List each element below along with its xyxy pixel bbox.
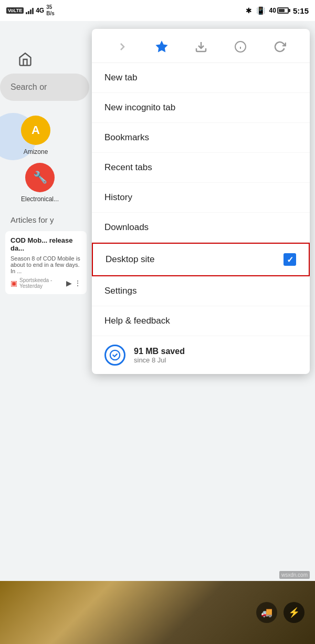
battery-level: 40 [269,7,276,14]
menu-item-bookmarks[interactable]: Bookmarks [92,123,310,153]
svg-point-5 [110,350,120,360]
source-icon: ▣ [10,279,17,287]
bookmark-button[interactable] [152,37,171,56]
download-button[interactable] [192,37,211,56]
articles-label: Articles for y [10,215,54,224]
watermark: wsxdn.com [279,571,310,579]
bluetooth-icon: ✱ [246,6,252,15]
savings-amount: 91 MB saved [134,347,185,356]
electronic-label: Electronical... [21,195,59,203]
play-icon[interactable]: ▶ [66,279,72,287]
status-left: VoLTE 4G 35 B/s [6,4,55,17]
battery-fill [279,9,285,12]
bottom-image-strip: 🚚 ⚡ [0,581,315,644]
signal-bars [26,7,34,14]
home-icon-area [16,50,35,69]
amizone-label: Amizone [24,148,48,155]
savings-since: since 8 Jul [134,356,185,364]
battery-container: 40 [269,7,289,14]
bar2 [28,11,29,14]
data-speed: 35 B/s [46,4,55,17]
home-icon[interactable] [16,50,35,69]
menu-item-history[interactable]: History [92,183,310,213]
news-title: COD Mob... release da... [10,236,81,252]
forward-button[interactable] [113,37,132,56]
network-type: 4G [36,7,44,14]
overlay-icon-lightning[interactable]: ⚡ [284,602,304,623]
vibrate-icon: 📳 [256,6,265,15]
menu-item-help[interactable]: Help & feedback [92,306,310,336]
menu-item-downloads[interactable]: Downloads [92,213,310,243]
status-right: ✱ 📳 40 5:15 [246,6,309,15]
menu-item-new-incognito-tab[interactable]: New incognito tab [92,93,310,123]
overlay-icon-truck[interactable]: 🚚 [256,602,277,623]
shortcut-amizone[interactable]: A Amizone [21,116,50,155]
info-button[interactable] [231,37,250,56]
time-display: 5:15 [293,6,309,15]
bar3 [30,9,32,14]
menu-item-settings[interactable]: Settings [92,276,310,306]
menu-item-recent-tabs[interactable]: Recent tabs [92,153,310,183]
savings-text: 91 MB saved since 8 Jul [134,347,185,364]
news-source: ▣ Sportskeeda - Yesterday ▶ ⋮ [10,277,81,289]
reload-button[interactable] [270,37,289,56]
volte-indicator: VoLTE [6,7,24,14]
search-placeholder: Search or [10,82,47,92]
savings-icon [104,345,125,366]
desktop-site-checkbox[interactable]: ✓ [284,253,296,266]
bar4 [32,8,34,14]
news-card[interactable]: COD Mob... release da... Season 8 of COD… [5,231,87,294]
battery-icon [277,7,289,14]
shortcut-electronic[interactable]: 🔧 Electronical... [21,163,59,203]
menu-item-desktop-site[interactable]: Desktop site ✓ [92,243,310,276]
news-description: Season 8 of COD Mobile is about to end i… [10,255,81,274]
more-icon[interactable]: ⋮ [74,279,81,287]
dropdown-menu: New tab New incognito tab Bookmarks Rece… [92,29,310,374]
svg-marker-0 [156,41,167,51]
amizone-icon: A [21,116,50,145]
electronic-icon: 🔧 [25,163,55,192]
dropdown-toolbar [92,29,310,63]
savings-row: 91 MB saved since 8 Jul [92,336,310,374]
search-bar[interactable]: Search or [0,74,89,101]
menu-item-new-tab[interactable]: New tab [92,63,310,93]
bar1 [26,12,27,14]
status-bar: VoLTE 4G 35 B/s ✱ 📳 40 5:15 [0,0,315,21]
